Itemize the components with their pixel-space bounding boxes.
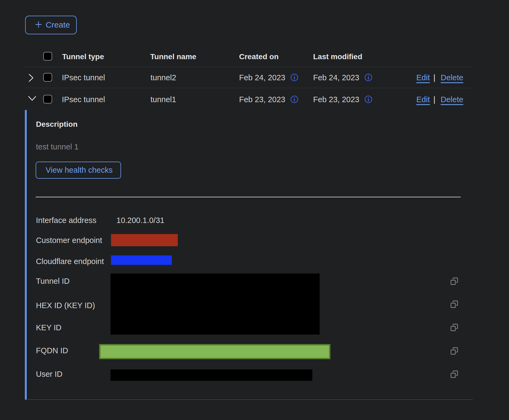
svg-text:i: i <box>293 74 295 81</box>
svg-text:i: i <box>293 96 295 103</box>
svg-text:i: i <box>367 96 369 103</box>
svg-text:i: i <box>367 74 369 81</box>
